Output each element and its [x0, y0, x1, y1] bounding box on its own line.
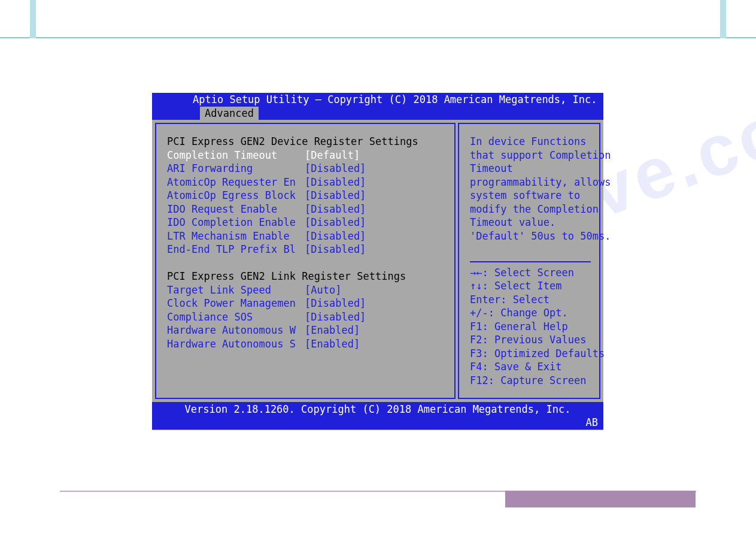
bios-footer: Version 2.18.1260. Copyright (C) 2018 Am…	[152, 402, 603, 430]
device-label: AtomicOp Requester En	[167, 176, 305, 189]
help-divider	[470, 261, 591, 262]
device-label: Completion Timeout	[167, 149, 305, 162]
bios-body: PCI Express GEN2 Device Register Setting…	[152, 120, 603, 402]
footer-version: Version 2.18.1260. Copyright (C) 2018 Am…	[157, 402, 599, 416]
help-text-line: Timeout value.	[470, 216, 591, 229]
help-key-line: F2: Previous Values	[470, 333, 591, 347]
help-key-line: +/-: Change Opt.	[470, 306, 591, 320]
help-text: In device Functionsthat support Completi…	[470, 135, 591, 243]
device-row[interactable]: AtomicOp Egress Block[Disabled]	[167, 189, 446, 202]
bios-header: Aptio Setup Utility – Copyright (C) 2018…	[152, 93, 603, 120]
link-label: Compliance SOS	[167, 310, 305, 324]
help-key-line: ↑↓: Select Item	[470, 279, 591, 293]
link-row[interactable]: Compliance SOS[Disabled]	[167, 310, 446, 324]
link-row[interactable]: Clock Power Managemen[Disabled]	[167, 297, 446, 310]
link-label: Clock Power Managemen	[167, 297, 305, 310]
device-section-title: PCI Express GEN2 Device Register Setting…	[167, 135, 446, 149]
help-key-line: Enter: Select	[470, 293, 591, 307]
help-text-line: modify the Completion	[470, 202, 591, 216]
device-value: [Default]	[305, 149, 360, 162]
device-row[interactable]: Completion Timeout[Default]	[167, 149, 446, 162]
device-row[interactable]: ARI Forwarding[Disabled]	[167, 162, 446, 176]
device-row[interactable]: End-End TLP Prefix Bl[Disabled]	[167, 243, 446, 256]
device-value: [Disabled]	[305, 189, 366, 202]
bios-active-tab[interactable]: Advanced	[200, 107, 259, 120]
device-value: [Disabled]	[305, 176, 366, 189]
footer-corner: AB	[586, 416, 598, 430]
help-key-line: F1: General Help	[470, 320, 591, 334]
top-tab-left	[30, 0, 36, 38]
device-row[interactable]: AtomicOp Requester En[Disabled]	[167, 176, 446, 189]
device-label: End-End TLP Prefix Bl	[167, 243, 305, 256]
bottom-box	[505, 491, 696, 507]
settings-panel: PCI Express GEN2 Device Register Setting…	[155, 123, 456, 399]
device-label: IDO Request Enable	[167, 202, 305, 216]
device-row[interactable]: LTR Mechanism Enable[Disabled]	[167, 229, 446, 243]
device-label: ARI Forwarding	[167, 162, 305, 176]
device-value: [Disabled]	[305, 162, 366, 176]
device-value: [Disabled]	[305, 202, 366, 216]
link-row[interactable]: Hardware Autonomous W[Enabled]	[167, 324, 446, 337]
help-text-line: programmability, allows	[470, 176, 591, 189]
help-text-line: system software to	[470, 189, 591, 202]
link-value: [Auto]	[305, 283, 341, 297]
device-value: [Disabled]	[305, 216, 366, 229]
link-value: [Disabled]	[305, 310, 366, 324]
link-label: Target Link Speed	[167, 283, 305, 297]
bios-title: Aptio Setup Utility – Copyright (C) 2018…	[157, 93, 599, 107]
link-value: [Enabled]	[305, 337, 360, 351]
help-key-line: F3: Optimized Defaults	[470, 347, 591, 361]
link-rows: Target Link Speed[Auto]Clock Power Manag…	[167, 283, 446, 351]
device-label: AtomicOp Egress Block	[167, 189, 305, 202]
top-tab-right	[720, 0, 726, 38]
device-value: [Disabled]	[305, 243, 366, 256]
help-key-line: F4: Save & Exit	[470, 360, 591, 374]
device-value: [Disabled]	[305, 229, 366, 243]
help-key-line: →←: Select Screen	[470, 266, 591, 280]
help-text-line: 'Default' 50us to 50ms.	[470, 229, 591, 243]
link-row[interactable]: Target Link Speed[Auto]	[167, 283, 446, 297]
help-keys: →←: Select Screen↑↓: Select ItemEnter: S…	[470, 266, 591, 388]
device-row[interactable]: IDO Request Enable[Disabled]	[167, 202, 446, 216]
page-top-border	[0, 0, 756, 38]
bios-window: Aptio Setup Utility – Copyright (C) 2018…	[152, 93, 603, 430]
help-panel: In device Functionsthat support Completi…	[458, 123, 600, 399]
blank-row	[470, 243, 591, 256]
link-row[interactable]: Hardware Autonomous S[Enabled]	[167, 337, 446, 351]
link-label: Hardware Autonomous W	[167, 324, 305, 337]
link-section-title: PCI Express GEN2 Link Register Settings	[167, 270, 446, 283]
link-value: [Enabled]	[305, 324, 360, 337]
help-text-line: that support Completion	[470, 149, 591, 162]
device-rows: Completion Timeout[Default]ARI Forwardin…	[167, 149, 446, 256]
help-key-line: F12: Capture Screen	[470, 374, 591, 388]
help-text-line: In device Functions	[470, 135, 591, 149]
device-label: LTR Mechanism Enable	[167, 229, 305, 243]
link-value: [Disabled]	[305, 297, 366, 310]
device-row[interactable]: IDO Completion Enable[Disabled]	[167, 216, 446, 229]
blank-row	[167, 256, 446, 270]
help-text-line: Timeout	[470, 162, 591, 176]
link-label: Hardware Autonomous S	[167, 337, 305, 351]
device-label: IDO Completion Enable	[167, 216, 305, 229]
